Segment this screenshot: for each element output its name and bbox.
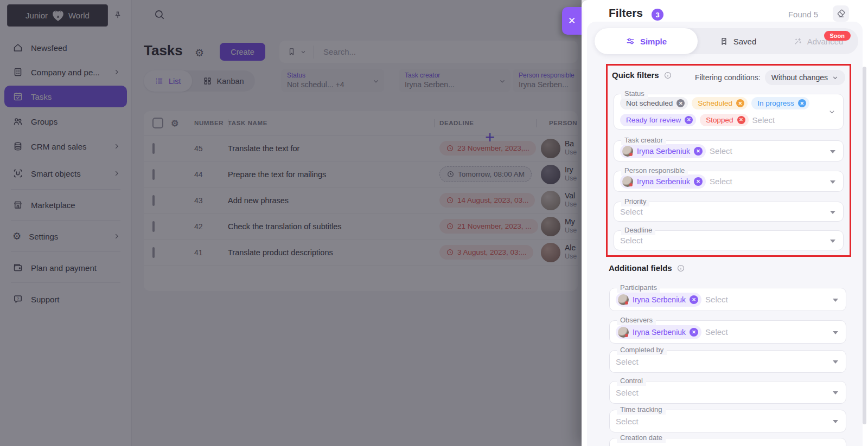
field-label: Time tracking (617, 405, 666, 415)
status-chip-ready-for-review[interactable]: Ready for review✕ (620, 114, 696, 126)
remove-chip-icon[interactable]: ✕ (690, 295, 698, 304)
sliders-icon (626, 36, 635, 46)
select-placeholder: Select (710, 146, 732, 156)
info-icon (676, 264, 685, 273)
avatar (622, 176, 633, 187)
magic-wand-icon (793, 37, 802, 46)
status-chip-in-progress[interactable]: In progress✕ (751, 97, 809, 109)
dropdown-arrow-icon (830, 211, 835, 214)
dropdown-arrow-icon (833, 391, 838, 395)
avatar (622, 146, 633, 157)
tab-saved[interactable]: Saved (698, 28, 778, 54)
tab-label: Simple (640, 37, 667, 46)
dropdown-arrow-icon (833, 331, 838, 334)
selected-person-chip: Iryna Serbeniuk✕ (616, 293, 701, 307)
select-placeholder: Select (616, 388, 639, 397)
filter-field-time-tracking[interactable]: Time tracking Select (609, 410, 846, 432)
avatar (618, 294, 629, 305)
info-icon (663, 71, 672, 80)
select-placeholder: Select (705, 327, 728, 337)
panel-title: Filters (609, 7, 643, 20)
chevron-down-icon (828, 108, 836, 116)
field-label: Observers (617, 316, 656, 325)
tab-simple[interactable]: Simple (595, 28, 698, 54)
filter-field-participants[interactable]: Participants Iryna Serbeniuk✕ Select (609, 288, 846, 311)
remove-chip-icon[interactable]: ✕ (685, 116, 693, 124)
clear-filters-button[interactable] (833, 5, 849, 22)
filters-count-badge: 3 (652, 9, 663, 21)
remove-chip-icon[interactable]: ✕ (676, 99, 685, 107)
dropdown-arrow-icon (833, 360, 838, 364)
filter-field-priority[interactable]: Priority Select (614, 202, 844, 222)
panel-scrollbar[interactable] (863, 67, 866, 424)
selected-person-chip: Iryna Serbeniuk✕ (616, 325, 701, 339)
field-label: Person responsible (621, 166, 688, 176)
field-label: Creation date (617, 434, 666, 443)
select-placeholder: Select (620, 207, 643, 216)
filter-field-deadline[interactable]: Deadline Select (614, 230, 844, 250)
filter-tabs: Simple Saved Advanced Soon (595, 28, 858, 54)
dropdown-arrow-icon (830, 150, 835, 153)
conditions-select[interactable]: Without changes (765, 70, 845, 85)
field-label: Priority (621, 197, 649, 206)
select-placeholder: Select (710, 177, 732, 186)
close-panel-button[interactable]: ✕ (562, 7, 582, 35)
filtering-conditions: Filtering conditions: Without changes (695, 70, 845, 85)
eraser-icon (836, 9, 846, 18)
field-label: Completed by (617, 346, 667, 355)
filter-field-completed-by[interactable]: Completed by Select (609, 350, 846, 373)
status-chip-scheduled[interactable]: Scheduled✕ (692, 97, 748, 109)
tab-label: Saved (733, 37, 757, 46)
dropdown-arrow-icon (830, 180, 835, 184)
select-placeholder: Select (616, 357, 639, 366)
filter-field-status[interactable]: Status Not scheduled✕ Scheduled✕ In prog… (614, 94, 844, 130)
remove-chip-icon[interactable]: ✕ (737, 116, 745, 124)
remove-chip-icon[interactable]: ✕ (694, 147, 703, 156)
filter-field-task-creator[interactable]: Task creator Iryna Serbeniuk✕ Select (614, 140, 844, 161)
conditions-label: Filtering conditions: (695, 73, 761, 82)
filter-field-observers[interactable]: Observers Iryna Serbeniuk✕ Select (609, 320, 846, 344)
select-placeholder: Select (616, 417, 639, 426)
select-placeholder: Select (616, 444, 639, 446)
dropdown-arrow-icon (833, 299, 838, 302)
field-label: Participants (617, 283, 660, 293)
remove-chip-icon[interactable]: ✕ (694, 177, 703, 186)
status-chip-stopped[interactable]: Stopped✕ (700, 114, 748, 126)
soon-badge: Soon (824, 31, 851, 41)
remove-chip-icon[interactable]: ✕ (736, 99, 744, 107)
select-placeholder: Select (620, 236, 643, 245)
remove-chip-icon[interactable]: ✕ (798, 99, 806, 107)
chevron-down-icon (832, 74, 839, 81)
modal-backdrop[interactable] (0, 0, 582, 446)
filter-field-creation-date[interactable]: Creation date Select (609, 438, 846, 446)
filters-panel: ✕ Filters 3 Found 5 Simple Saved Advance… (582, 0, 868, 446)
select-placeholder: Select (752, 115, 775, 125)
bookmark-check-icon (719, 37, 729, 46)
field-label: Deadline (621, 226, 655, 235)
status-chip-not-scheduled[interactable]: Not scheduled✕ (620, 97, 688, 109)
field-label: Status (621, 89, 648, 99)
selected-person-chip: Iryna Serbeniuk✕ (620, 144, 706, 158)
avatar (618, 327, 629, 338)
quick-filters-title: Quick filters (612, 70, 672, 80)
filter-field-control[interactable]: Control Select (609, 381, 846, 404)
found-count: Found 5 (788, 10, 818, 19)
remove-chip-icon[interactable]: ✕ (690, 328, 698, 337)
dropdown-arrow-icon (833, 420, 838, 423)
selected-person-chip: Iryna Serbeniuk✕ (620, 174, 706, 189)
dropdown-arrow-icon (830, 240, 835, 243)
additional-fields-title: Additional fields (609, 263, 685, 273)
field-label: Control (617, 377, 646, 386)
filter-field-person-responsible[interactable]: Person responsible Iryna Serbeniuk✕ Sele… (614, 171, 844, 192)
select-placeholder: Select (705, 295, 728, 304)
field-label: Task creator (621, 136, 666, 145)
